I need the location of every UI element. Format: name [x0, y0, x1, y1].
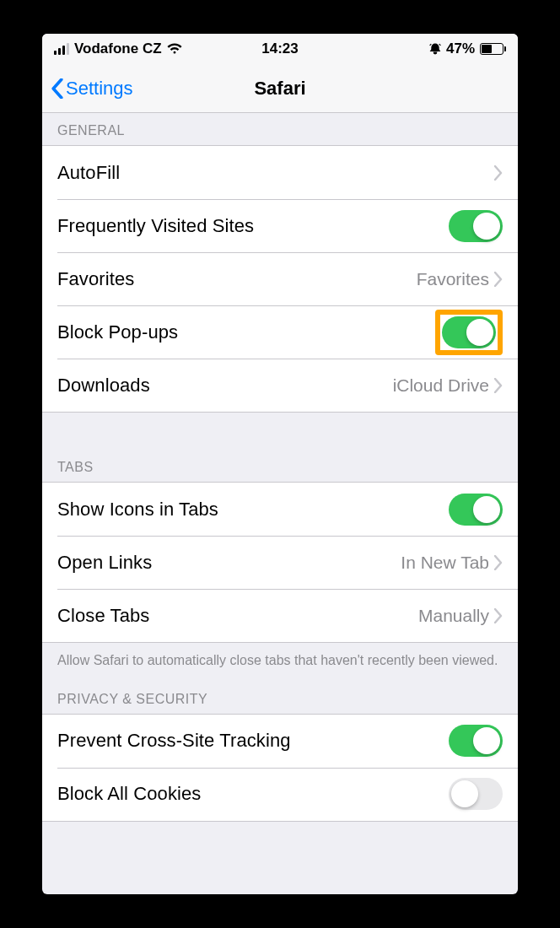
row-frequently-visited: Frequently Visited Sites — [42, 199, 518, 252]
nav-bar: Settings Safari — [42, 64, 518, 113]
section-header-privacy: Privacy & Security — [42, 673, 518, 714]
row-value: In New Tab — [401, 553, 489, 573]
row-label: Prevent Cross-Site Tracking — [57, 730, 449, 752]
toggle-show-icons[interactable] — [449, 494, 503, 526]
wifi-icon — [167, 43, 182, 55]
group-privacy: Prevent Cross-Site Tracking Block All Co… — [42, 714, 518, 822]
battery-icon — [480, 43, 506, 55]
row-favorites[interactable]: Favorites Favorites — [42, 252, 518, 305]
alarm-icon — [429, 43, 441, 55]
row-label: Close Tabs — [57, 605, 418, 627]
row-prevent-cross-site-tracking: Prevent Cross-Site Tracking — [42, 715, 518, 768]
row-block-popups: Block Pop-ups — [42, 305, 518, 359]
highlight-box — [435, 310, 503, 355]
row-label: AutoFill — [57, 162, 494, 184]
row-value: Favorites — [417, 269, 489, 289]
group-tabs: Show Icons in Tabs Open Links In New Tab… — [42, 482, 518, 643]
row-label: Favorites — [57, 268, 417, 290]
group-general: AutoFill Frequently Visited Sites Favori… — [42, 145, 518, 413]
chevron-right-icon — [494, 555, 503, 570]
battery-percent-label: 47% — [446, 40, 475, 57]
cellular-signal-icon — [54, 43, 69, 55]
toggle-frequently-visited[interactable] — [449, 210, 503, 242]
row-label: Show Icons in Tabs — [57, 499, 449, 521]
back-label: Settings — [66, 78, 133, 100]
row-block-all-cookies: Block All Cookies — [42, 768, 518, 821]
row-value: Manually — [418, 606, 489, 626]
chevron-right-icon — [494, 608, 503, 623]
section-header-general: General — [42, 113, 518, 145]
section-header-tabs: Tabs — [42, 450, 518, 482]
row-downloads[interactable]: Downloads iCloud Drive — [42, 359, 518, 412]
row-label: Downloads — [57, 375, 393, 397]
carrier-label: Vodafone CZ — [74, 40, 162, 57]
row-value: iCloud Drive — [393, 375, 489, 396]
row-autofill[interactable]: AutoFill — [42, 146, 518, 199]
row-label: Frequently Visited Sites — [57, 215, 449, 237]
chevron-right-icon — [494, 378, 503, 393]
row-close-tabs[interactable]: Close Tabs Manually — [42, 589, 518, 642]
toggle-block-all-cookies[interactable] — [449, 778, 503, 810]
chevron-left-icon — [51, 78, 64, 99]
chevron-right-icon — [494, 165, 503, 181]
phone-screen: Vodafone CZ 14:23 47% Settings Safari Ge… — [42, 34, 518, 894]
row-show-icons-in-tabs: Show Icons in Tabs — [42, 483, 518, 536]
toggle-prevent-cross-site[interactable] — [449, 725, 503, 757]
toggle-block-popups[interactable] — [442, 316, 496, 348]
chevron-right-icon — [494, 272, 503, 287]
status-bar: Vodafone CZ 14:23 47% — [42, 34, 518, 64]
row-label: Block All Cookies — [57, 783, 449, 805]
row-open-links[interactable]: Open Links In New Tab — [42, 536, 518, 589]
row-label: Block Pop-ups — [57, 321, 435, 343]
back-button[interactable]: Settings — [51, 78, 133, 100]
row-label: Open Links — [57, 552, 401, 574]
section-footer-tabs: Allow Safari to automatically close tabs… — [42, 643, 518, 673]
